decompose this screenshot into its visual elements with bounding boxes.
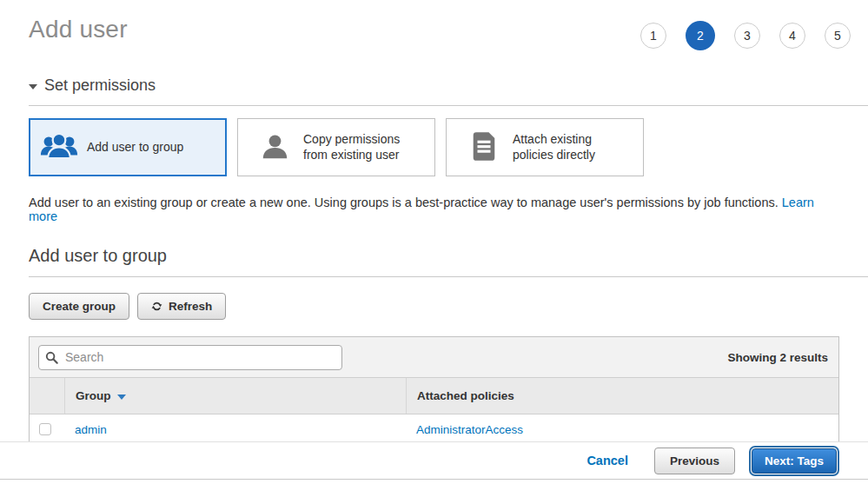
next-button-focus-ring: Next: Tags — [749, 446, 839, 476]
next-tags-button[interactable]: Next: Tags — [752, 448, 837, 474]
users-group-icon — [40, 132, 78, 163]
card-label: Add user to group — [87, 140, 183, 156]
refresh-icon — [151, 301, 162, 312]
row-checkbox[interactable] — [39, 423, 51, 435]
page-title: Add user — [29, 16, 128, 43]
search-input[interactable] — [38, 345, 342, 370]
card-add-user-to-group[interactable]: Add user to group — [29, 118, 227, 176]
permission-option-cards: Add user to group Copy permissions from … — [29, 118, 839, 176]
column-header-group[interactable]: Group — [64, 378, 406, 414]
results-count: Showing 2 results — [727, 351, 828, 364]
refresh-button[interactable]: Refresh — [137, 293, 226, 320]
wizard-footer: Cancel Previous Next: Tags — [0, 441, 868, 480]
set-permissions-title: Set permissions — [44, 76, 156, 95]
step-2-active[interactable]: 2 — [686, 21, 715, 50]
card-label: Attach existing policies directly — [513, 132, 634, 162]
document-icon — [471, 132, 497, 163]
group-actions: Create group Refresh — [29, 293, 839, 320]
set-permissions-header[interactable]: Set permissions — [29, 76, 839, 95]
page-header: Add user 1 2 3 4 5 — [0, 0, 868, 50]
refresh-label: Refresh — [169, 300, 212, 313]
group-cell: admin — [64, 423, 406, 436]
step-5[interactable]: 5 — [825, 23, 851, 49]
previous-button[interactable]: Previous — [654, 448, 735, 474]
policy-link[interactable]: AdministratorAccess — [416, 423, 523, 436]
section-divider — [29, 276, 868, 277]
search-box — [38, 345, 342, 370]
group-column-label: Group — [76, 389, 111, 402]
row-checkbox-cell — [30, 423, 64, 435]
step-3[interactable]: 3 — [734, 23, 760, 49]
wizard-steps: 1 2 3 4 5 — [640, 21, 851, 50]
search-icon — [45, 351, 58, 367]
table-header-row: Group Attached policies — [30, 378, 838, 414]
table-toolbar: Showing 2 results — [30, 337, 838, 378]
card-attach-policies[interactable]: Attach existing policies directly — [446, 118, 644, 176]
table-row-admin: admin AdministratorAccess — [30, 414, 838, 445]
create-group-button[interactable]: Create group — [29, 293, 129, 320]
step-1[interactable]: 1 — [640, 23, 666, 49]
policies-column-label: Attached policies — [417, 389, 514, 402]
step-4[interactable]: 4 — [779, 23, 805, 49]
collapse-arrow-icon — [29, 84, 37, 90]
group-link[interactable]: admin — [75, 423, 107, 436]
section-divider — [29, 105, 868, 106]
add-user-to-group-title: Add user to group — [29, 246, 839, 266]
cancel-link[interactable]: Cancel — [586, 454, 628, 467]
sort-descending-icon — [117, 394, 126, 400]
group-description: Add user to an existing group or create … — [29, 196, 839, 223]
header-checkbox-cell — [30, 378, 64, 414]
card-copy-permissions[interactable]: Copy permissions from existing user — [237, 118, 435, 176]
card-label: Copy permissions from existing user — [303, 132, 426, 162]
policies-cell: AdministratorAccess — [406, 423, 838, 436]
column-header-attached-policies: Attached policies — [406, 378, 838, 414]
user-icon — [261, 132, 289, 163]
